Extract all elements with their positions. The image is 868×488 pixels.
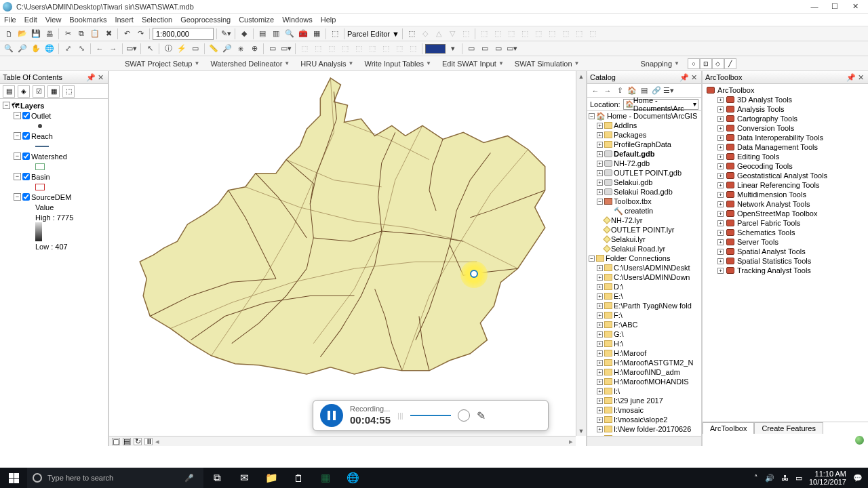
clock[interactable]: 11:10 AM 10/12/2017 xyxy=(809,470,846,486)
catalog-item[interactable]: I:\29 june 2017 xyxy=(614,396,663,405)
catalog-item[interactable]: D:\ xyxy=(614,283,623,291)
maximize-button[interactable]: ☐ xyxy=(825,1,845,13)
layer-sourcedem[interactable]: SourceDEM xyxy=(31,193,71,201)
expand-icon[interactable]: + xyxy=(717,106,724,113)
expand-icon[interactable]: − xyxy=(14,152,21,160)
toolbox-item[interactable]: Analysis Tools xyxy=(737,105,785,113)
network-icon[interactable]: 🖧 xyxy=(781,474,789,482)
toolbox-item[interactable]: Data Interoperability Tools xyxy=(737,134,823,142)
expand-icon[interactable]: + xyxy=(597,350,603,357)
catalog-item[interactable]: Selakui.gdb xyxy=(614,178,653,186)
expand-icon[interactable]: + xyxy=(717,268,724,274)
pe-btn-1[interactable]: ⬚ xyxy=(406,28,418,40)
task-view-icon[interactable]: ⧉ xyxy=(203,468,231,488)
cut-icon[interactable]: ✂ xyxy=(62,28,74,40)
catalog-item[interactable]: H:\ xyxy=(614,340,623,348)
g2-icon[interactable]: ⬚ xyxy=(312,43,324,55)
map-view[interactable]: Recording... 00:04:55 ||| ✎ ▲ ▼ ▢ ▤ ↻ ⏸ … xyxy=(109,71,587,446)
catalog-item[interactable]: NH-72.gdb xyxy=(614,159,650,167)
layer-watershed[interactable]: Watershed xyxy=(31,152,67,161)
expand-icon[interactable]: + xyxy=(597,322,603,328)
expand-icon[interactable]: − xyxy=(589,256,595,262)
pe-btn-6[interactable]: ⬚ xyxy=(478,28,490,40)
h3-icon[interactable]: ▭ xyxy=(492,43,505,55)
g3-icon[interactable]: ⬚ xyxy=(326,43,338,55)
undo-icon[interactable]: ↶ xyxy=(121,28,133,40)
cat-home-icon[interactable]: 🏠 xyxy=(627,85,637,96)
print-icon[interactable]: 🖶 xyxy=(43,28,56,40)
open-icon[interactable]: 📂 xyxy=(16,28,28,40)
toolbox-item[interactable]: Cartography Tools xyxy=(737,115,797,123)
expand-icon[interactable]: − xyxy=(14,112,21,119)
pe-btn-7[interactable]: ⬚ xyxy=(492,28,504,40)
forward-extent-icon[interactable]: → xyxy=(107,43,119,55)
expand-icon[interactable]: + xyxy=(717,135,724,141)
toolbox-item[interactable]: Server Tools xyxy=(737,238,778,246)
snap-vertex-icon[interactable]: ◇ xyxy=(712,58,724,69)
catalog-item[interactable]: Selakui.lyr xyxy=(611,235,646,243)
pe-btn-2[interactable]: ◇ xyxy=(419,28,431,40)
toolbox-item[interactable]: Linear Referencing Tools xyxy=(737,181,819,189)
menu-file[interactable]: File xyxy=(4,16,16,24)
expand-icon[interactable]: + xyxy=(597,388,603,394)
catalog-item[interactable]: H:\Maroof\MOHANDIS xyxy=(614,378,689,386)
tray-chevron-icon[interactable]: ˄ xyxy=(754,474,758,483)
paste-icon[interactable]: 📋 xyxy=(89,28,101,40)
expand-icon[interactable]: + xyxy=(597,379,603,385)
search-icon[interactable]: 🔍 xyxy=(283,28,296,40)
mail-icon[interactable]: ✉ xyxy=(231,468,258,488)
map-scale-input[interactable] xyxy=(153,28,214,40)
h2-icon[interactable]: ▭ xyxy=(479,43,491,55)
expand-icon[interactable]: + xyxy=(597,360,603,366)
toolbox-item[interactable]: Tracking Analyst Tools xyxy=(737,266,811,274)
expand-icon[interactable]: + xyxy=(597,407,603,413)
catalog-item[interactable]: I:\mosaic\slope2 xyxy=(614,415,667,424)
select-features-icon[interactable]: ▭▾ xyxy=(125,43,138,55)
layers-root[interactable]: Layers xyxy=(20,102,44,110)
menu-view[interactable]: View xyxy=(45,16,62,24)
find-route-icon[interactable]: ⛯ xyxy=(235,43,247,55)
g8-icon[interactable]: ⬚ xyxy=(393,43,406,55)
redo-icon[interactable]: ↷ xyxy=(134,28,146,40)
pause-draw-icon[interactable]: ⏸ xyxy=(144,438,153,445)
data-view-icon[interactable]: ▢ xyxy=(112,438,120,445)
expand-icon[interactable]: + xyxy=(597,189,603,195)
fixed-zoom-out-icon[interactable]: ⤡ xyxy=(75,43,87,55)
cat-connect-icon[interactable]: 🔗 xyxy=(651,85,662,96)
menu-geoprocessing[interactable]: Geoprocessing xyxy=(180,16,231,24)
list-by-visibility-icon[interactable]: ☑ xyxy=(33,85,45,98)
catalog-item[interactable]: OUTLET POINT.lyr xyxy=(611,226,674,234)
pe-btn-10[interactable]: ⬚ xyxy=(532,28,545,40)
catalog-item[interactable]: AddIns xyxy=(614,121,637,129)
expand-icon[interactable]: + xyxy=(717,163,724,169)
copy-icon[interactable]: ⧉ xyxy=(75,28,87,40)
taskbar-search[interactable]: Type here to search 🎤 xyxy=(27,468,203,488)
expand-icon[interactable]: + xyxy=(597,180,603,186)
expand-icon[interactable]: + xyxy=(597,426,603,432)
g9-icon[interactable]: ⬚ xyxy=(407,43,419,55)
cat-back-icon[interactable]: ← xyxy=(590,85,601,96)
toolbox-item[interactable]: Spatial Analyst Tools xyxy=(737,247,806,256)
expand-icon[interactable]: + xyxy=(717,116,724,122)
toolbox-item[interactable]: Editing Tools xyxy=(737,152,779,161)
catalog-item[interactable]: Packages xyxy=(614,131,646,139)
expand-icon[interactable]: + xyxy=(717,239,724,245)
pe-btn-13[interactable]: ⬚ xyxy=(573,28,585,40)
editor-dropdown-icon[interactable]: ✎▾ xyxy=(220,28,232,40)
back-extent-icon[interactable]: ← xyxy=(94,43,106,55)
catalog-item[interactable]: E:\ xyxy=(614,292,623,300)
map-vertical-scrollbar[interactable]: ▲ ▼ xyxy=(576,71,586,436)
catalog-item[interactable]: C:\Users\ADMIN\Down xyxy=(614,273,690,281)
volume-icon[interactable]: 🔊 xyxy=(765,474,774,483)
catalog-item[interactable]: E:\Parth Tyagi\New fold xyxy=(614,302,692,310)
expand-icon[interactable]: + xyxy=(717,154,724,160)
toolbox-item[interactable]: Data Management Tools xyxy=(737,143,818,151)
catalog-item[interactable]: I:\ xyxy=(614,387,620,395)
expand-icon[interactable]: + xyxy=(597,123,603,129)
add-data-icon[interactable]: ◆ xyxy=(238,28,250,40)
color-dropdown-icon[interactable]: ▾ xyxy=(447,43,459,55)
catalog-item[interactable]: I:\mosaic xyxy=(614,406,644,414)
expand-icon[interactable]: + xyxy=(717,125,724,131)
expand-icon[interactable]: − xyxy=(14,173,21,180)
layer-checkbox[interactable] xyxy=(22,173,30,180)
